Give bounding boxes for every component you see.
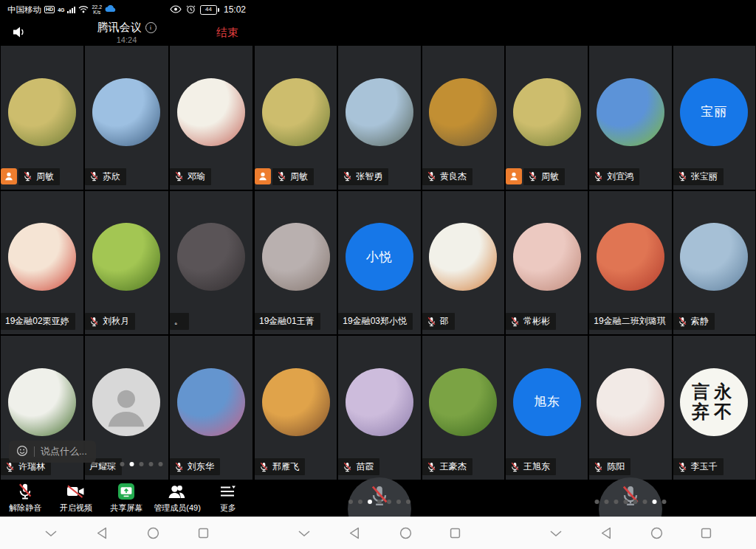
participant-tile[interactable]: 张智勇 bbox=[338, 46, 420, 190]
start-video-button[interactable]: 开启视频 bbox=[51, 480, 102, 517]
participant-avatar bbox=[8, 368, 76, 436]
emoji-icon[interactable] bbox=[16, 445, 28, 459]
participant-tile[interactable]: 。 bbox=[170, 191, 252, 335]
initials-avatar: 小悦 bbox=[346, 223, 413, 291]
nav-hide-button[interactable] bbox=[546, 527, 566, 540]
participant-tile[interactable]: 王豪杰 bbox=[422, 336, 504, 480]
participant-tile[interactable]: 周敏 bbox=[1, 46, 83, 190]
name-label: 19金融01王菁 bbox=[255, 313, 320, 330]
participant-avatar bbox=[346, 78, 413, 146]
participant-tile[interactable]: 邓瑜 bbox=[170, 46, 252, 190]
participant-avatar bbox=[262, 78, 330, 146]
page-dot bbox=[158, 462, 162, 466]
participant-tile[interactable]: 卢耀琛 bbox=[85, 336, 168, 480]
tencent-meeting-app: 中国移动 HD 4G 22.2K/s 44 15:02 腾讯会议i 14:24 bbox=[0, 0, 756, 549]
nav-back-icon bbox=[348, 527, 361, 539]
muted-mic-icon bbox=[427, 462, 436, 472]
participant-tile[interactable]: 陈阳 bbox=[589, 336, 671, 480]
name-label: 周敏 bbox=[272, 168, 314, 185]
panel-2-bottom-strip bbox=[254, 480, 505, 517]
nav-back-button[interactable] bbox=[597, 524, 616, 542]
participant-tile[interactable]: 周敏 bbox=[255, 46, 337, 190]
nav-back-button[interactable] bbox=[346, 524, 364, 542]
participant-name: 李玉千 bbox=[691, 460, 718, 473]
participant-tile[interactable]: 刘宜鸿 bbox=[589, 46, 671, 190]
participant-tile[interactable]: 常彬彬 bbox=[506, 191, 588, 335]
muted-mic-icon bbox=[678, 317, 687, 327]
page-dot bbox=[91, 462, 95, 466]
participant-tile[interactable]: 19金融二班刘璐琪 bbox=[589, 191, 671, 335]
nav-home-button[interactable] bbox=[144, 524, 162, 542]
nav-recents-button[interactable] bbox=[195, 525, 212, 542]
participant-nameplate: 19金融01王菁 bbox=[255, 313, 320, 330]
panel-3-grid: 周敏刘宜鸿宝丽张宝丽常彬彬19金融二班刘璐琪索静旭东王旭东陈阳言永弃不李玉千 bbox=[506, 46, 755, 480]
meeting-header: 腾讯会议i 14:24 结束 bbox=[0, 19, 253, 46]
end-meeting-button[interactable]: 结束 bbox=[212, 25, 243, 41]
participant-nameplate: 索静 bbox=[673, 313, 715, 330]
participant-tile[interactable]: 宝丽张宝丽 bbox=[673, 46, 755, 190]
more-button[interactable]: 更多 bbox=[202, 480, 253, 517]
nav-back-button[interactable] bbox=[93, 524, 111, 542]
participant-tile[interactable]: 苏欣 bbox=[85, 46, 168, 190]
participant-name: 王豪杰 bbox=[440, 460, 467, 473]
participant-nameplate: 周敏 bbox=[1, 168, 60, 185]
participant-tile[interactable]: 19金融01王菁 bbox=[255, 191, 337, 335]
nav-hide-icon bbox=[298, 530, 311, 537]
info-icon[interactable]: i bbox=[145, 22, 157, 33]
unmute-button[interactable]: 解除静音 bbox=[0, 480, 51, 517]
participant-nameplate: 。 bbox=[170, 313, 189, 330]
name-label: 周敏 bbox=[523, 168, 565, 185]
participant-tile[interactable]: 邵 bbox=[422, 191, 504, 335]
name-label: 索静 bbox=[673, 313, 715, 330]
participant-tile[interactable]: 邢雁飞 bbox=[255, 336, 337, 480]
participant-nameplate: 苏欣 bbox=[85, 168, 126, 185]
name-label: 陈阳 bbox=[589, 458, 630, 475]
nav-recents-button[interactable] bbox=[447, 525, 464, 542]
participant-nameplate: 张智勇 bbox=[338, 168, 388, 185]
name-label: 邵 bbox=[422, 313, 455, 330]
nav-back-icon bbox=[600, 527, 613, 539]
participant-avatar bbox=[597, 78, 664, 146]
participant-avatar bbox=[429, 223, 497, 291]
name-label: 19金融03郑小悦 bbox=[338, 313, 413, 330]
participant-tile[interactable]: 旭东王旭东 bbox=[506, 336, 588, 480]
manage-members-button[interactable]: 管理成员(49) bbox=[152, 480, 203, 517]
calligraphy-avatar: 言永弃不 bbox=[680, 368, 748, 436]
toolbar-label: 解除静音 bbox=[9, 503, 41, 514]
participant-nameplate: 王旭东 bbox=[506, 458, 556, 475]
name-label: 刘宜鸿 bbox=[589, 168, 639, 185]
participant-name: 周敏 bbox=[290, 170, 308, 183]
participant-tile[interactable]: 索静 bbox=[673, 191, 755, 335]
participant-name: 苏欣 bbox=[103, 170, 120, 183]
participant-tile[interactable]: 19金融02栗亚婷 bbox=[1, 191, 83, 335]
participant-nameplate: 陈阳 bbox=[589, 458, 630, 475]
participant-name: 常彬彬 bbox=[523, 315, 550, 328]
page-dot bbox=[100, 462, 105, 466]
share-screen-button[interactable]: 共享屏幕 bbox=[101, 480, 152, 517]
screen-panel-3: 周敏刘宜鸿宝丽张宝丽常彬彬19金融二班刘璐琪索静旭东王旭东陈阳言永弃不李玉千 bbox=[505, 0, 756, 517]
nav-home-button[interactable] bbox=[396, 524, 415, 542]
name-label: 张宝丽 bbox=[673, 168, 724, 185]
participant-tile[interactable]: 苗霞 bbox=[338, 336, 420, 480]
participant-tile[interactable]: 言永弃不李玉千 bbox=[673, 336, 755, 480]
nav-hide-button[interactable] bbox=[295, 527, 314, 540]
nav-recents-button[interactable] bbox=[698, 525, 715, 542]
eye-comfort-icon bbox=[170, 5, 182, 15]
speaker-icon[interactable] bbox=[12, 25, 27, 42]
nav-hide-button[interactable] bbox=[41, 527, 61, 540]
participant-tile[interactable]: 小悦19金融03郑小悦 bbox=[338, 191, 420, 335]
participant-name: 周敏 bbox=[541, 170, 559, 183]
participant-tile[interactable]: 刘东华 bbox=[170, 336, 252, 480]
bottom-toolbar: 解除静音开启视频共享屏幕管理成员(49)更多 bbox=[0, 480, 253, 517]
participant-avatar bbox=[680, 223, 748, 291]
page-dot bbox=[662, 500, 667, 504]
participant-tile[interactable]: 刘秋月 bbox=[85, 191, 168, 335]
page-dot bbox=[348, 500, 353, 504]
nav-home-button[interactable] bbox=[647, 524, 666, 542]
chat-input[interactable]: 说点什么... bbox=[9, 441, 96, 463]
participant-tile[interactable]: 黄良杰 bbox=[422, 46, 504, 190]
name-label: 19金融02栗亚婷 bbox=[1, 313, 75, 330]
participant-tile[interactable]: 周敏 bbox=[506, 46, 588, 190]
page-dot bbox=[148, 462, 153, 466]
name-label: 19金融二班刘璐琪 bbox=[589, 313, 671, 330]
